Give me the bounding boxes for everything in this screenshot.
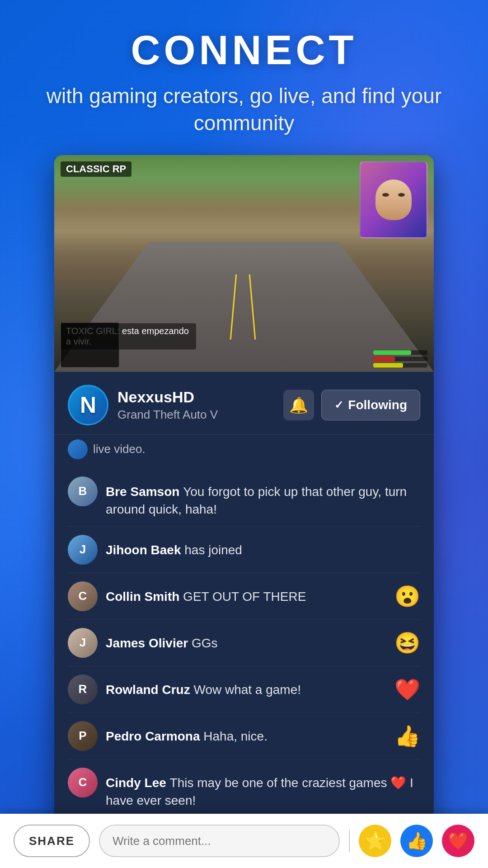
comment-item: R Rowland Cruz Wow what a game! ❤️ bbox=[68, 666, 420, 713]
streamer-actions: 🔔 ✓ Following bbox=[283, 390, 420, 420]
status-bars bbox=[373, 350, 427, 368]
love-reaction-button[interactable]: ❤️ bbox=[442, 825, 474, 857]
minimap bbox=[61, 322, 119, 368]
comment-author: Jihoon Baek bbox=[106, 543, 184, 557]
reaction-emoji: 😮 bbox=[394, 584, 420, 609]
comment-item: J Jihoon Baek has joined bbox=[68, 527, 420, 573]
following-label: Following bbox=[348, 398, 407, 412]
like-reaction-button[interactable]: 👍 bbox=[400, 825, 433, 857]
header-title: CONNECT bbox=[36, 27, 452, 74]
avatar: J bbox=[68, 535, 98, 565]
comment-item: J James Olivier GGs 😆 bbox=[68, 620, 420, 666]
avatar: C bbox=[68, 768, 98, 797]
bottom-bar: SHARE ⭐ 👍 ❤️ bbox=[0, 814, 488, 868]
header-section: CONNECT with gaming creators, go live, a… bbox=[0, 0, 488, 155]
avatar: P bbox=[68, 721, 98, 751]
avatar: C bbox=[68, 581, 98, 611]
comment-input[interactable] bbox=[99, 825, 340, 857]
comment-text: James Olivier GGs bbox=[106, 628, 420, 652]
share-button[interactable]: SHARE bbox=[14, 825, 90, 857]
viewer-avatar-small bbox=[68, 439, 88, 459]
header-subtitle: with gaming creators, go live, and find … bbox=[36, 83, 452, 137]
comment-item: P Pedro Carmona Haha, nice. 👍 bbox=[68, 713, 420, 760]
avatar: B bbox=[68, 476, 98, 506]
comment-item: C Collin Smith GET OUT OF THERE 😮 bbox=[68, 573, 420, 620]
video-section[interactable]: CLASSIC RP TOXIC GIRL: esta empezando a … bbox=[54, 155, 434, 372]
check-icon: ✓ bbox=[334, 399, 343, 411]
comment-author: Bre Samson bbox=[106, 485, 183, 499]
comment-item: C Cindy Lee This may be one of the crazi… bbox=[68, 760, 420, 818]
comment-text: Rowland Cruz Wow what a game! bbox=[106, 675, 420, 698]
webcam-overlay bbox=[360, 161, 427, 238]
live-video-row: live video. bbox=[54, 435, 434, 468]
comment-text: Jihoon Baek has joined bbox=[106, 535, 420, 559]
reaction-emoji: 😆 bbox=[394, 631, 420, 655]
comment-item: B Bre Samson You forgot to pick up that … bbox=[68, 468, 420, 527]
comment-text: Collin Smith GET OUT OF THERE bbox=[106, 581, 420, 605]
comment-text: Cindy Lee This may be one of the crazies… bbox=[106, 768, 420, 809]
stream-label: CLASSIC RP bbox=[61, 161, 131, 177]
following-button[interactable]: ✓ Following bbox=[321, 390, 420, 420]
comment-text: Bre Samson You forgot to pick up that ot… bbox=[106, 476, 420, 518]
streamer-name: NexxusHD bbox=[117, 388, 274, 406]
avatar: J bbox=[68, 628, 98, 658]
live-video-text: live video. bbox=[93, 442, 145, 456]
reaction-emoji: 👍 bbox=[394, 724, 420, 748]
health-bar bbox=[373, 350, 427, 355]
divider bbox=[349, 830, 350, 852]
streamer-details: NexxusHD Grand Theft Auto V bbox=[117, 388, 274, 422]
comment-author: Pedro Carmona bbox=[106, 729, 203, 743]
webcam-face bbox=[375, 179, 412, 220]
streamer-info-bar: N NexxusHD Grand Theft Auto V 🔔 ✓ Follow… bbox=[54, 372, 434, 435]
comment-author: James Olivier bbox=[106, 636, 192, 650]
comment-text: Pedro Carmona Haha, nice. bbox=[106, 721, 420, 745]
star-reaction-button[interactable]: ⭐ bbox=[359, 825, 391, 857]
armor-bar bbox=[373, 357, 427, 361]
main-card: CLASSIC RP TOXIC GIRL: esta empezando a … bbox=[54, 155, 434, 868]
streamer-game: Grand Theft Auto V bbox=[117, 408, 274, 422]
comment-author: Cindy Lee bbox=[106, 776, 170, 790]
comments-section: B Bre Samson You forgot to pick up that … bbox=[54, 468, 434, 865]
streamer-avatar: N bbox=[68, 385, 108, 425]
reaction-emoji: ❤️ bbox=[394, 677, 420, 702]
bell-button[interactable]: 🔔 bbox=[283, 390, 314, 420]
stamina-bar bbox=[373, 363, 427, 368]
avatar: R bbox=[68, 675, 98, 704]
comment-author: Rowland Cruz bbox=[106, 683, 193, 697]
comment-author: Collin Smith bbox=[106, 590, 183, 604]
